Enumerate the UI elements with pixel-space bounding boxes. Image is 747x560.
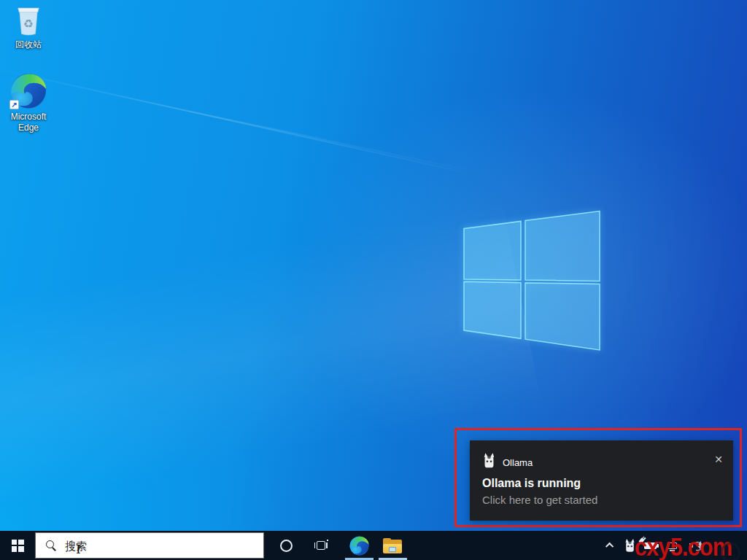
watermark-text: cxy5.com xyxy=(635,533,732,560)
taskbar-file-explorer-button[interactable] xyxy=(376,531,409,560)
file-explorer-icon xyxy=(383,538,402,553)
edge-icon xyxy=(349,536,369,556)
toast-app-name: Ollama xyxy=(503,457,533,468)
ollama-notification-toast[interactable]: Ollama ✕ Ollama is running Click here to… xyxy=(470,440,733,521)
recycle-bin-icon: ♻ xyxy=(14,4,43,37)
toast-title: Ollama is running xyxy=(482,477,581,490)
cortana-button[interactable] xyxy=(271,531,301,560)
light-beam xyxy=(109,93,495,176)
task-view-button[interactable] xyxy=(306,531,336,560)
ime-circle-icon xyxy=(721,542,740,560)
task-view-icon xyxy=(314,540,328,551)
search-input[interactable] xyxy=(65,540,247,552)
start-button[interactable] xyxy=(0,531,35,560)
desktop-icon-microsoft-edge[interactable]: ↗ Microsoft Edge xyxy=(5,73,52,133)
windows-logo xyxy=(460,208,605,354)
taskbar-edge-button[interactable] xyxy=(341,531,376,560)
windows-start-icon xyxy=(12,540,24,552)
ollama-llama-icon xyxy=(483,453,495,468)
svg-text:♻: ♻ xyxy=(23,18,34,31)
shortcut-arrow-icon: ↗ xyxy=(9,100,19,109)
cortana-icon xyxy=(280,540,293,552)
ollama-llama-icon xyxy=(624,539,635,552)
taskbar-search-box[interactable] xyxy=(35,532,264,559)
desktop-icon-recycle-bin[interactable]: ♻ 回收站 xyxy=(5,4,52,50)
tray-chevron-up-icon[interactable] xyxy=(603,531,619,560)
toast-close-button[interactable]: ✕ xyxy=(714,454,723,465)
recycle-bin-label: 回收站 xyxy=(5,39,52,50)
text-cursor: I xyxy=(76,542,81,556)
toast-subtitle: Click here to get started xyxy=(482,494,597,506)
edge-label: Microsoft Edge xyxy=(5,112,52,133)
search-icon xyxy=(45,540,57,551)
